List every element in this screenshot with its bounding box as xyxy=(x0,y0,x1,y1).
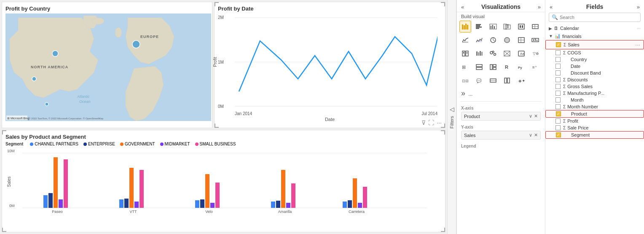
field-discounts-checkbox[interactable] xyxy=(555,77,561,82)
viz-icon-3[interactable] xyxy=(473,34,485,46)
x-axis-value-text: Product xyxy=(464,114,480,119)
svg-rect-54 xyxy=(518,24,524,29)
field-discounts[interactable]: Σ Discounts xyxy=(545,76,644,83)
filter-arrow-icon[interactable]: ◁ xyxy=(450,106,454,113)
svg-rect-37 xyxy=(358,203,362,208)
viz-collapse-icon[interactable]: « xyxy=(461,4,464,10)
viz-icon-5[interactable] xyxy=(501,34,513,46)
field-manufacturing[interactable]: Σ Manufacturing P... xyxy=(545,90,644,97)
viz-icon-11[interactable] xyxy=(501,48,513,59)
field-sale-price[interactable]: Σ Sale Price xyxy=(545,124,644,131)
bar-chart-area: Sales 10M 0M xyxy=(22,149,442,214)
svg-rect-73 xyxy=(537,40,537,41)
financials-group-header[interactable]: ▼ 📊 financials xyxy=(545,32,644,40)
y-axis-chevron[interactable]: ∨ xyxy=(529,132,532,138)
search-input[interactable] xyxy=(560,15,638,20)
viz-icon-grid-3: Aa ▽⊕ xyxy=(457,47,545,60)
field-discount-band-checkbox[interactable] xyxy=(555,70,561,75)
europe-label: EUROPE xyxy=(140,35,159,39)
field-month[interactable]: Month xyxy=(545,97,644,103)
field-discount-band[interactable]: Discount Band xyxy=(545,70,644,76)
viz-icon-table[interactable] xyxy=(459,21,471,32)
viz-icon-22[interactable]: ◈✦ xyxy=(515,75,527,86)
viz-icon-17[interactable]: ≡⁺ xyxy=(529,61,541,73)
field-sales-checkbox[interactable] xyxy=(556,42,561,47)
svg-rect-15 xyxy=(48,193,53,208)
bar-panel: Sales by Product and Segment Segment CHA… xyxy=(2,130,445,232)
viz-icon-scatter[interactable] xyxy=(515,21,527,32)
field-date-checkbox[interactable] xyxy=(555,64,561,69)
filter-icon[interactable]: ⊽ xyxy=(421,119,426,126)
fields-expand-icon[interactable]: » xyxy=(637,4,640,10)
field-sale-price-name: Sale Price xyxy=(567,125,641,130)
calendar-group-header[interactable]: ▶ 🗓 Calendar ··· xyxy=(545,24,644,32)
field-cogs[interactable]: Σ COGS xyxy=(545,49,644,56)
viz-icon-6[interactable] xyxy=(515,34,527,46)
field-month-checkbox[interactable] xyxy=(555,97,561,102)
viz-icon-7[interactable] xyxy=(529,34,541,46)
viz-icon-14[interactable]: ⊞ xyxy=(459,61,471,73)
legend-dot-smallbiz xyxy=(195,143,199,146)
viz-icon-10[interactable] xyxy=(487,48,499,59)
viz-icon-16[interactable] xyxy=(487,61,499,73)
svg-rect-50 xyxy=(494,26,495,29)
field-product-checkbox[interactable] xyxy=(556,111,561,116)
field-manufacturing-checkbox[interactable] xyxy=(555,91,561,96)
svg-rect-27 xyxy=(210,203,215,208)
legend-label: Segment xyxy=(5,142,23,146)
fields-collapse-icon[interactable]: « xyxy=(550,4,553,10)
product-label-paseo: Paseo xyxy=(52,210,63,214)
expand-icon[interactable]: ⛶ xyxy=(428,119,434,126)
field-date[interactable]: Date xyxy=(545,63,644,70)
field-segment-checkbox[interactable] xyxy=(556,132,561,137)
viz-icon-20[interactable] xyxy=(487,75,499,86)
field-profit[interactable]: Σ Profit xyxy=(545,118,644,124)
viz-icon-bar[interactable] xyxy=(473,21,485,32)
field-profit-checkbox[interactable] xyxy=(555,118,561,124)
field-month-number-checkbox[interactable] xyxy=(555,104,561,109)
field-sales-dots[interactable]: ··· xyxy=(635,41,640,48)
field-gross-sales[interactable]: Σ Gross Sales xyxy=(545,83,644,90)
viz-ellipsis[interactable]: ... xyxy=(468,91,472,97)
viz-icon-8[interactable] xyxy=(459,48,471,59)
viz-expand-icon[interactable]: » xyxy=(538,4,541,10)
viz-icon-py[interactable]: Py xyxy=(515,61,527,73)
viz-icon-map[interactable] xyxy=(529,21,541,32)
field-country-checkbox[interactable] xyxy=(555,57,561,62)
svg-rect-24 xyxy=(195,200,199,208)
search-box[interactable]: 🔍 xyxy=(549,13,641,22)
viz-icon-21[interactable] xyxy=(501,75,513,86)
field-sales[interactable]: Σ Sales ··· xyxy=(545,40,644,49)
viz-icon-2[interactable] xyxy=(459,34,471,46)
viz-icon-9[interactable] xyxy=(473,48,485,59)
map-dot-canada xyxy=(52,51,58,56)
search-icon: 🔍 xyxy=(552,14,558,20)
viz-icon-line[interactable] xyxy=(487,21,499,32)
viz-icon-18[interactable]: ⊡⊟ xyxy=(459,75,471,86)
viz-icon-area[interactable] xyxy=(501,21,513,32)
viz-icon-19[interactable]: 💬 xyxy=(473,75,485,86)
x-axis-value-box: Product ∨ ✕ xyxy=(461,112,541,121)
x-axis-close[interactable]: ✕ xyxy=(534,113,538,119)
viz-icon-15[interactable] xyxy=(473,61,485,73)
field-segment[interactable]: Segment xyxy=(545,131,644,139)
svg-rect-81 xyxy=(481,52,483,56)
viz-icon-4[interactable] xyxy=(487,34,499,46)
map-dot-europe xyxy=(132,40,140,48)
field-country[interactable]: Country xyxy=(545,56,644,63)
field-cogs-checkbox[interactable] xyxy=(555,50,561,55)
viz-icon-12[interactable]: Aa xyxy=(515,48,527,59)
field-product[interactable]: Product xyxy=(545,110,644,118)
field-month-number[interactable]: Σ Month Number xyxy=(545,103,644,110)
viz-icon-r[interactable]: R xyxy=(501,61,513,73)
viz-icon-13[interactable]: ▽⊕ xyxy=(529,48,541,59)
svg-rect-31 xyxy=(281,170,285,208)
viz-more-icon[interactable]: » xyxy=(461,89,465,97)
map-svg: Atlantic Ocean NORTH AMERICA EUROPE ⊞ Mi… xyxy=(5,13,211,121)
field-sale-price-checkbox[interactable] xyxy=(555,125,561,130)
y-axis-close[interactable]: ✕ xyxy=(534,132,538,138)
field-gross-sales-checkbox[interactable] xyxy=(555,84,561,89)
calendar-dots[interactable]: ··· xyxy=(637,26,641,31)
y-axis-value-box: Sales ∨ ✕ xyxy=(461,131,541,140)
x-axis-chevron[interactable]: ∨ xyxy=(529,113,532,119)
